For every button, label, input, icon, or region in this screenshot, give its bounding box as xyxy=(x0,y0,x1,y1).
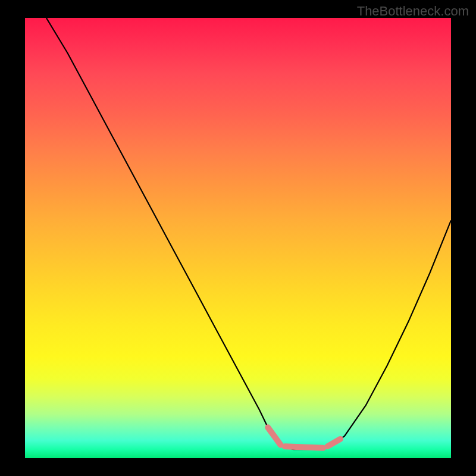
highlight-right xyxy=(327,439,340,446)
curve-path xyxy=(46,18,451,449)
highlight-left xyxy=(268,427,280,445)
chart-plot-area xyxy=(25,18,451,458)
watermark-text: TheBottleneck.com xyxy=(357,4,469,19)
chart-svg xyxy=(25,18,451,458)
highlight-flat xyxy=(285,446,323,447)
